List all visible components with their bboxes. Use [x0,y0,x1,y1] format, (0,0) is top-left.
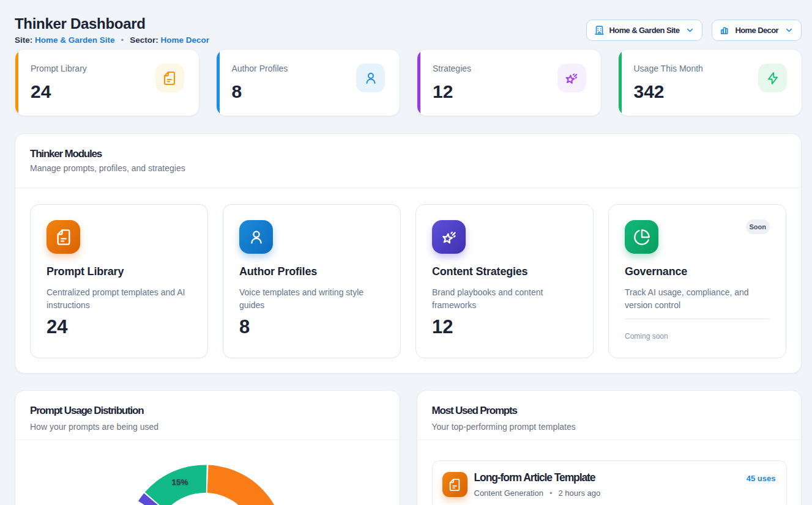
svg-text:15%: 15% [171,477,188,487]
